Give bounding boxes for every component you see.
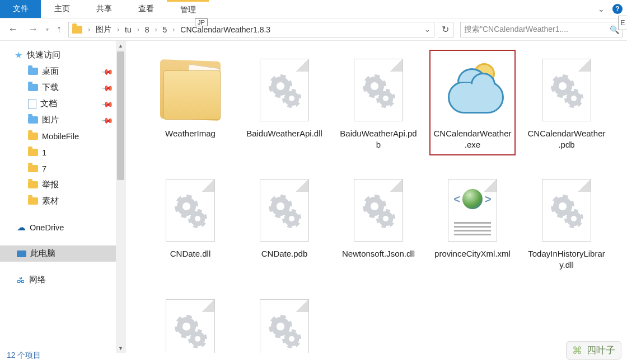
pin-icon: 📌 bbox=[101, 81, 114, 94]
ribbon-file-tab[interactable]: 文件 bbox=[0, 0, 41, 18]
file-label: provinceCityXml.xml bbox=[434, 248, 511, 259]
sidebar-network[interactable]: 🖧 网络 bbox=[0, 272, 125, 288]
breadcrumb[interactable]: CNCalendarWeather1.8.3 bbox=[180, 25, 270, 34]
crumb-sep-icon[interactable]: › bbox=[88, 26, 90, 34]
sidebar-this-pc[interactable]: 此电脑 bbox=[0, 245, 125, 262]
folder-icon bbox=[28, 165, 38, 172]
crumb-sep-icon[interactable]: › bbox=[172, 26, 175, 34]
file-item[interactable]: BaiduWeatherApi.pdb bbox=[336, 51, 420, 154]
folder-icon bbox=[28, 68, 38, 75]
clover-icon: ⌘ bbox=[572, 344, 582, 357]
breadcrumb[interactable]: 图片 bbox=[96, 25, 111, 35]
sidebar-item-label: MobileFile bbox=[42, 132, 79, 141]
folder-icon bbox=[28, 84, 38, 91]
scroll-up-icon[interactable]: ▲ bbox=[116, 41, 125, 50]
pin-icon: 📌 bbox=[101, 114, 114, 126]
ribbon-tab-manage[interactable]: 管理 bbox=[167, 0, 209, 18]
generic-file-icon bbox=[542, 179, 591, 242]
sidebar-item-label: 此电脑 bbox=[30, 248, 55, 259]
generic-file-icon bbox=[260, 299, 309, 353]
sidebar-item[interactable]: MobileFile bbox=[0, 128, 125, 144]
crumb-sep-icon[interactable]: › bbox=[155, 26, 157, 34]
folder-icon bbox=[28, 116, 38, 124]
file-item[interactable]: CNCalendarWeather.exe bbox=[431, 51, 514, 154]
file-item[interactable]: BaiduWeatherApi.dll bbox=[242, 51, 326, 154]
crumb-sep-icon[interactable]: › bbox=[117, 26, 119, 34]
status-bar-text: 12 个项目 bbox=[7, 351, 41, 361]
refresh-button[interactable]: ↻ bbox=[438, 22, 453, 37]
address-bar[interactable]: › 图片 › tu › 8 › 5 › CNCalendarWeather1.8… bbox=[68, 22, 434, 37]
generic-file-icon bbox=[260, 179, 309, 242]
generic-file-icon bbox=[542, 59, 591, 121]
document-icon bbox=[28, 99, 36, 109]
file-item[interactable] bbox=[242, 291, 326, 353]
address-dropdown-icon[interactable]: ⌄ bbox=[424, 25, 431, 34]
navigation-pane: ★ 快速访问 桌面📌下载📌文档📌图片📌MobileFile17举报素材 ☁ On… bbox=[0, 41, 126, 353]
folder-icon bbox=[28, 133, 38, 140]
sidebar-item[interactable]: 素材 bbox=[0, 193, 125, 209]
search-placeholder: 搜索"CNCalendarWeather1.... bbox=[464, 25, 568, 35]
scroll-down-icon[interactable]: ▼ bbox=[116, 343, 125, 353]
breadcrumb[interactable]: tu bbox=[125, 25, 132, 34]
breadcrumb[interactable]: 8 bbox=[145, 25, 149, 34]
file-label: CNCalendarWeather.pdb bbox=[527, 128, 606, 150]
folder-icon bbox=[160, 60, 221, 120]
file-item[interactable]: CNDate.pdb bbox=[242, 171, 326, 275]
sidebar-item[interactable]: 图片📌 bbox=[0, 112, 125, 128]
star-icon: ★ bbox=[15, 50, 22, 60]
ribbon-tab-share[interactable]: 共享 bbox=[83, 0, 125, 18]
sidebar-quick-access[interactable]: ★ 快速访问 bbox=[0, 46, 125, 63]
breadcrumb[interactable]: 5 bbox=[162, 25, 167, 34]
pin-icon: 📌 bbox=[101, 65, 114, 78]
file-label: TodayInHistoryLibrary.dll bbox=[527, 248, 606, 270]
sidebar-item-label: 图片 bbox=[42, 115, 59, 125]
ribbon-tab-home[interactable]: 主页 bbox=[41, 0, 83, 18]
weather-app-icon bbox=[442, 61, 503, 119]
file-item[interactable]: Newtonsoft.Json.dll bbox=[336, 171, 420, 275]
nav-history-dropdown-icon[interactable]: ▾ bbox=[45, 26, 50, 32]
ribbon-tab-view[interactable]: 查看 bbox=[125, 0, 167, 18]
crumb-sep-icon[interactable]: › bbox=[137, 26, 139, 34]
file-label: BaiduWeatherApi.pdb bbox=[339, 128, 418, 150]
sidebar-scrollbar[interactable]: ▲ ▼ bbox=[116, 41, 125, 353]
sidebar-item[interactable]: 文档📌 bbox=[0, 96, 125, 112]
nav-up-icon[interactable]: ↑ bbox=[53, 23, 65, 35]
address-folder-icon bbox=[72, 26, 82, 34]
watermark-badge: ⌘ 四叶子 bbox=[566, 341, 621, 360]
folder-icon bbox=[28, 197, 38, 205]
nav-back-icon[interactable]: ← bbox=[4, 23, 21, 35]
file-item[interactable]: TodayInHistoryLibrary.dll bbox=[525, 171, 609, 275]
sidebar-item-label: 快速访问 bbox=[27, 50, 60, 60]
ribbon-expand-icon[interactable]: ⌄ bbox=[598, 4, 605, 13]
generic-file-icon bbox=[260, 59, 309, 121]
file-label: Newtonsoft.Json.dll bbox=[342, 248, 415, 259]
file-item[interactable]: CNCalendarWeather.pdb bbox=[525, 51, 609, 154]
file-item[interactable]: <>provinceCityXml.xml bbox=[431, 171, 514, 275]
sidebar-item[interactable]: 1 bbox=[0, 144, 125, 160]
nav-forward-icon[interactable]: → bbox=[25, 23, 41, 35]
watermark-text: 四叶子 bbox=[587, 344, 615, 357]
onedrive-icon: ☁ bbox=[17, 222, 26, 233]
scroll-thumb[interactable] bbox=[117, 51, 124, 180]
file-item[interactable] bbox=[148, 291, 232, 353]
sidebar-item-label: OneDrive bbox=[30, 223, 64, 232]
file-item[interactable]: WeatherImag bbox=[148, 51, 232, 154]
sidebar-onedrive[interactable]: ☁ OneDrive bbox=[0, 219, 125, 235]
help-icon[interactable]: ? bbox=[612, 4, 623, 14]
edge-panel-tab[interactable]: E bbox=[618, 16, 627, 30]
sidebar-item[interactable]: 7 bbox=[0, 160, 125, 177]
sidebar-item[interactable]: 举报 bbox=[0, 177, 125, 193]
search-icon[interactable]: 🔍 bbox=[610, 25, 619, 34]
network-icon: 🖧 bbox=[17, 275, 25, 285]
file-item[interactable]: CNDate.dll bbox=[148, 171, 232, 275]
nav-row: ← → ▾ ↑ › 图片 › tu › 8 › 5 › CNCalendarWe… bbox=[0, 18, 627, 41]
sidebar-item[interactable]: 下载📌 bbox=[0, 79, 125, 96]
ribbon-bar: 文件 主页 共享 查看 管理 ⌄ ? bbox=[0, 0, 627, 18]
file-pane: WeatherImagBaiduWeatherApi.dllBaiduWeath… bbox=[126, 41, 627, 353]
generic-file-icon bbox=[354, 59, 403, 121]
sidebar-item-label: 桌面 bbox=[42, 66, 59, 77]
sidebar-item[interactable]: 桌面📌 bbox=[0, 63, 125, 79]
sidebar-item-label: 下载 bbox=[42, 82, 59, 93]
sidebar-item-label: 文档 bbox=[40, 98, 57, 109]
search-input[interactable]: 搜索"CNCalendarWeather1.... 🔍 bbox=[460, 22, 623, 37]
